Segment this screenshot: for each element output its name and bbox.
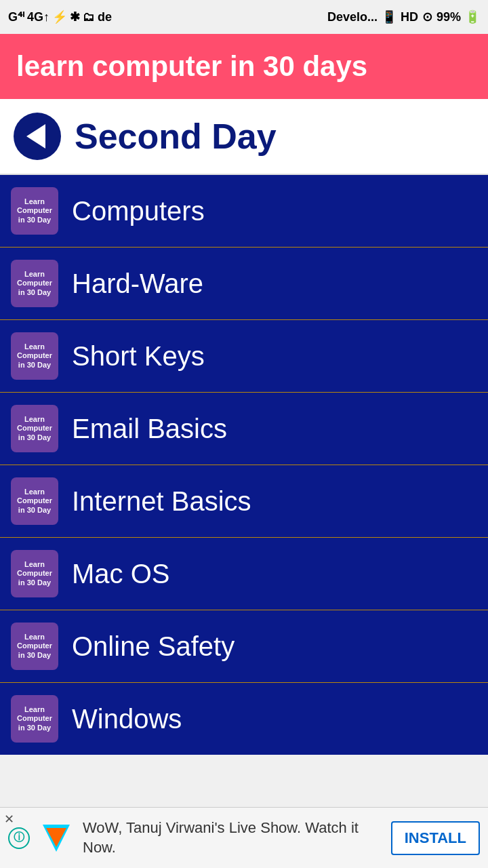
battery-text: 99% — [436, 10, 461, 24]
item-icon: Learn Computer in 30 Day — [11, 477, 58, 525]
ad-install-button[interactable]: INSTALL — [391, 821, 480, 855]
item-icon-text: Learn Computer in 30 Day — [17, 270, 52, 297]
back-button[interactable] — [14, 113, 61, 160]
item-label: Computers — [72, 196, 205, 226]
list-item[interactable]: Learn Computer in 30 DayMac OS — [0, 538, 488, 610]
list-item[interactable]: Learn Computer in 30 DayShort Keys — [0, 320, 488, 393]
wifi-icon: ⊙ — [422, 9, 432, 24]
status-left: G⁴ᴵ 4G↑ ⚡ ✱ 🗂 de — [8, 9, 112, 24]
status-bar: G⁴ᴵ 4G↑ ⚡ ✱ 🗂 de Develo... 📱 HD ⊙ 99% 🔋 — [0, 0, 488, 34]
item-icon-text: Learn Computer in 30 Day — [17, 705, 52, 732]
item-label: Hard-Ware — [72, 269, 203, 299]
item-icon: Learn Computer in 30 Day — [11, 187, 58, 235]
app-header: learn computer in 30 days — [0, 34, 488, 99]
lang-indicator: de — [98, 10, 112, 24]
status-right: Develo... 📱 HD ⊙ 99% 🔋 — [327, 9, 480, 24]
item-label: Windows — [72, 704, 182, 734]
back-arrow-icon — [26, 124, 45, 149]
ad-text: WoW, Tanuj Virwani's Live Show. Watch it… — [83, 818, 383, 857]
ad-banner: ✕ ⓘ WoW, Tanuj Virwani's Live Show. Watc… — [0, 807, 488, 868]
tools-icon: ✱ — [70, 9, 80, 24]
list-item[interactable]: Learn Computer in 30 DayHard-Ware — [0, 248, 488, 320]
item-label: Email Basics — [72, 414, 227, 444]
ad-logo — [38, 820, 75, 856]
battery-icon: 🔋 — [465, 9, 480, 24]
item-icon-text: Learn Computer in 30 Day — [17, 633, 52, 660]
item-icon-text: Learn Computer in 30 Day — [17, 560, 52, 587]
item-icon-text: Learn Computer in 30 Day — [17, 197, 52, 224]
storage-icon: 🗂 — [83, 10, 95, 24]
signal-icon: G⁴ᴵ — [8, 9, 24, 24]
ad-close-icon[interactable]: ✕ — [4, 812, 14, 827]
usb-icon: ⚡ — [52, 9, 67, 24]
hd-badge: HD — [401, 10, 418, 24]
item-icon-text: Learn Computer in 30 Day — [17, 488, 52, 515]
phone-icon: 📱 — [382, 9, 396, 24]
ad-info-icon[interactable]: ⓘ — [8, 827, 30, 849]
second-day-title: Second Day — [75, 116, 277, 157]
item-icon: Learn Computer in 30 Day — [11, 695, 58, 743]
item-icon: Learn Computer in 30 Day — [11, 623, 58, 670]
item-icon: Learn Computer in 30 Day — [11, 405, 58, 452]
item-label: Internet Basics — [72, 486, 251, 517]
network-icon: 4G↑ — [27, 10, 49, 24]
list-item[interactable]: Learn Computer in 30 DayOnline Safety — [0, 610, 488, 683]
developer-text: Develo... — [327, 10, 378, 24]
course-list: Learn Computer in 30 DayComputersLearn C… — [0, 175, 488, 755]
item-icon: Learn Computer in 30 Day — [11, 550, 58, 597]
list-item[interactable]: Learn Computer in 30 DayInternet Basics — [0, 465, 488, 538]
list-item[interactable]: Learn Computer in 30 DayComputers — [0, 175, 488, 248]
item-icon-text: Learn Computer in 30 Day — [17, 415, 52, 442]
list-item[interactable]: Learn Computer in 30 DayWindows — [0, 683, 488, 755]
item-icon-text: Learn Computer in 30 Day — [17, 342, 52, 370]
list-item[interactable]: Learn Computer in 30 DayEmail Basics — [0, 393, 488, 465]
item-icon: Learn Computer in 30 Day — [11, 260, 58, 307]
item-icon: Learn Computer in 30 Day — [11, 332, 58, 380]
item-label: Online Safety — [72, 631, 235, 662]
item-label: Short Keys — [72, 341, 205, 372]
app-title: learn computer in 30 days — [16, 50, 367, 83]
item-label: Mac OS — [72, 559, 169, 589]
second-day-header: Second Day — [0, 99, 488, 175]
